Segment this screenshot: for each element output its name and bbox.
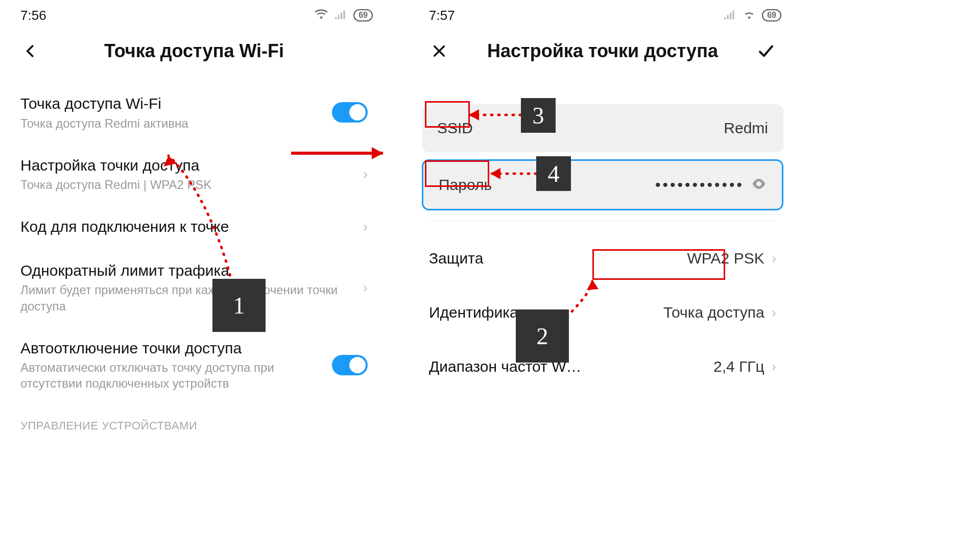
password-value: •••••••••••• — [655, 176, 744, 194]
header: Точка доступа Wi-Fi — [0, 31, 388, 71]
wifi-icon — [315, 9, 328, 22]
eye-icon[interactable] — [751, 177, 767, 193]
chevron-right-icon: › — [363, 166, 368, 182]
chevron-right-icon: › — [772, 304, 776, 321]
battery-indicator: 69 — [353, 9, 373, 21]
band-label: Диапазон частот W… — [429, 358, 713, 375]
row-title: Однократный лимит трафика — [20, 261, 353, 280]
ssid-field[interactable]: SSID Redmi — [422, 104, 783, 152]
auto-off-toggle[interactable] — [332, 355, 368, 375]
row-title: Настройка точки доступа — [20, 156, 353, 175]
page-title: Точка доступа Wi-Fi — [43, 40, 345, 62]
back-button[interactable] — [18, 43, 43, 59]
chevron-right-icon: › — [363, 219, 368, 235]
row-traffic-limit[interactable]: Однократный лимит трафика Лимит будет пр… — [0, 249, 388, 326]
row-connection-code[interactable]: Код для подключения к точке › — [0, 205, 388, 249]
row-auto-off[interactable]: Автоотключение точки доступа Автоматичес… — [0, 326, 388, 404]
row-hotspot-toggle[interactable]: Точка доступа Wi-Fi Точка доступа Redmi … — [0, 82, 388, 143]
signal-icon — [334, 9, 347, 22]
status-bar: 7:57 69 — [409, 0, 797, 31]
annotation-3: 3 — [521, 98, 556, 133]
highlight-ssid — [425, 101, 470, 128]
status-bar: 7:56 69 — [0, 0, 388, 31]
row-identification[interactable]: Идентификация у… Точка доступа › — [409, 285, 797, 340]
status-icons: 69 — [723, 9, 781, 22]
settings-list: Точка доступа Wi-Fi Точка доступа Redmi … — [0, 71, 388, 404]
chevron-right-icon: › — [772, 250, 776, 267]
highlight-security — [592, 249, 725, 280]
wifi-icon — [743, 9, 756, 22]
chevron-right-icon: › — [363, 279, 368, 296]
chevron-right-icon: › — [772, 358, 776, 375]
ssid-value: Redmi — [724, 119, 768, 137]
band-value: 2,4 ГГц — [713, 358, 764, 375]
status-time: 7:57 — [429, 8, 455, 23]
row-title: Точка доступа Wi-Fi — [20, 94, 322, 113]
battery-indicator: 69 — [762, 9, 781, 21]
row-subtitle: Точка доступа Redmi активна — [20, 115, 322, 131]
header: Настройка точки доступа — [409, 31, 797, 71]
confirm-button[interactable] — [754, 44, 778, 58]
row-setup-hotspot[interactable]: Настройка точки доступа Точка доступа Re… — [0, 143, 388, 205]
annotation-2: 2 — [516, 309, 569, 363]
status-time: 7:56 — [20, 8, 46, 23]
hotspot-toggle[interactable] — [332, 102, 368, 123]
screen-hotspot: 7:56 69 Точка доступа Wi-Fi Точка доступ… — [0, 0, 388, 551]
status-icons: 69 — [315, 9, 373, 22]
row-subtitle: Автоматически отключать точку доступа пр… — [20, 360, 322, 391]
signal-icon — [723, 9, 736, 22]
section-device-management: УПРАВЛЕНИЕ УСТРОЙСТВАМИ — [0, 404, 388, 433]
annotation-4: 4 — [536, 156, 571, 191]
highlight-password — [425, 160, 489, 187]
identification-value: Точка доступа — [663, 304, 764, 321]
row-subtitle: Лимит будет применяться при каждом включ… — [20, 282, 353, 314]
page-title: Настройка точки доступа — [451, 40, 754, 62]
annotation-1: 1 — [212, 279, 266, 332]
row-title: Автоотключение точки доступа — [20, 339, 322, 358]
divider — [429, 221, 776, 221]
row-subtitle: Точка доступа Redmi | WPA2 PSK — [20, 177, 353, 193]
row-title: Код для подключения к точке — [20, 217, 353, 236]
row-band[interactable]: Диапазон частот W… 2,4 ГГц › — [409, 340, 797, 394]
close-button[interactable] — [427, 44, 451, 58]
